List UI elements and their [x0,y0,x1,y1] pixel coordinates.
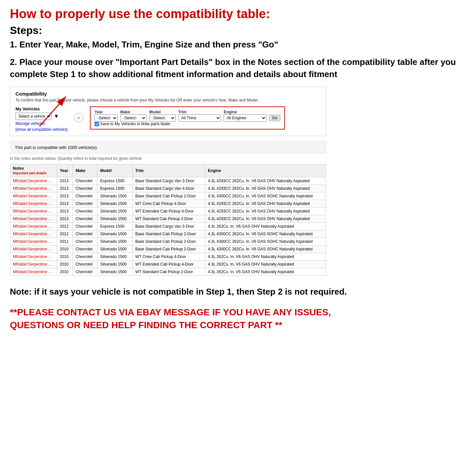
year-cell: 2013 [57,208,73,215]
notes-cell: Mfrlabel:Serpentine ... [10,238,57,245]
compat-form-area: My Vehicles Select a vehicle ▼ Manage ve… [15,106,321,132]
my-vehicles-section: My Vehicles Select a vehicle ▼ Manage ve… [15,106,68,132]
notes-label: Notes [13,166,24,171]
table-row: Mfrlabel:Serpentine ...2013ChevroletSilv… [10,200,326,208]
model-cell: Silverado 1500 [98,215,132,223]
table-row: Mfrlabel:Serpentine ....2013ChevroletExp… [10,177,326,185]
table-row: Mfrlabel:Serpentine ...2012ChevroletExpr… [10,223,326,230]
notes-cell: Mfrlabel:Serpentine ... [10,268,57,276]
ymm-labels-row: Year Make Model Trim Engine [95,110,280,114]
make-cell: Chevrolet [73,223,98,230]
year-select[interactable]: -Select- [95,114,118,122]
notes-cell: Mfrlabel:Serpentine.... [10,185,57,192]
model-header: Model [98,164,132,177]
make-cell: Chevrolet [73,200,98,208]
go-button[interactable]: Go [269,115,280,121]
engine-cell: 4.3L 4293CC 262Cu. In. V6 GAS OHV Natura… [205,185,326,192]
vehicle-select-dropdown[interactable]: Select a vehicle [15,113,52,120]
compat-subtitle: To confirm that this part fits your vehi… [15,98,321,102]
make-cell: Chevrolet [73,268,98,276]
make-label: Make [120,110,147,114]
manage-vehicles-link[interactable]: Manage vehicles [15,121,68,126]
table-row: Mfrlabel:Serpentine ...2010ChevroletSilv… [10,245,326,253]
year-cell: 2013 [57,192,73,200]
year-header: Year [57,164,73,177]
dropdown-arrow-icon: ▼ [54,113,59,119]
trim-cell: WT Extended Cab Pickup 4-Door [132,208,205,215]
table-row: Mfrlabel:Serpentine ...2013ChevroletSilv… [10,215,326,223]
quantity-note: In the notes section below, Quantity ref… [10,156,326,161]
engine-cell: 4.3L 262Cu. In. V6 GAS OHV Naturally Asp… [205,223,326,230]
trim-header: Trim [132,164,205,177]
make-select[interactable]: -Select- [120,114,147,122]
engine-select[interactable]: All Engines [224,114,266,122]
model-cell: Silverado 1500 [98,253,132,261]
show-all-link[interactable]: [show all compatible vehicles] [15,127,68,132]
table-row: Mfrlabel:Serpentine ...2010ChevroletSilv… [10,268,326,276]
engine-cell: 4.3L 4300CC 262Cu. In. V6 GAS SOHC Natur… [205,192,326,200]
trim-label: Trim [178,110,221,114]
year-cell: 2012 [57,230,73,238]
model-cell: Silverado 1500 [98,230,132,238]
save-row: Save to My Vehicles to finds parts faste… [95,122,280,126]
model-select[interactable]: -Select- [149,114,176,122]
notes-cell: Mfrlabel:Serpentine ... [10,223,57,230]
table-header-row: Notes Important part details Year Make M… [10,164,326,177]
model-cell: Express 1500 [98,223,132,230]
table-row: Mfrlabel:Serpentine ...2010ChevroletSilv… [10,253,326,261]
contact-text: **PLEASE CONTACT US VIA EBAY MESSAGE IF … [10,306,372,331]
notes-cell: Mfrlabel:Serpentine ... [10,215,57,223]
year-cell: 2010 [57,261,73,268]
make-cell: Chevrolet [73,208,98,215]
trim-cell: Base Standard Cab Pickup 2-Door [132,245,205,253]
year-cell: 2010 [57,268,73,276]
ymm-container: Year Make Model Trim Engine -Select- -Se… [90,106,285,129]
trim-cell: Base Standard Cargo Van 3-Door [132,223,205,230]
make-cell: Chevrolet [73,192,98,200]
engine-cell: 4.3L 4293CC 262Cu. In. V6 GAS OHV Natura… [205,200,326,208]
trim-cell: Base Standard Cargo Van 4-Door [132,185,205,192]
model-cell: Silverado 1500 [98,208,132,215]
engine-cell: 4.3L 4293CC 262Cu. In. V6 GAS OHV Natura… [205,215,326,223]
model-cell: Silverado 1500 [98,261,132,268]
year-label: Year [95,110,118,114]
ymm-selects-row: -Select- -Select- -Select- All Trims All… [95,114,280,122]
make-cell: Chevrolet [73,261,98,268]
year-cell: 2012 [57,223,73,230]
make-cell: Chevrolet [73,215,98,223]
table-row: Mfrlabel:Serpentine ...2013ChevroletSilv… [10,208,326,215]
engine-label: Engine [224,110,266,114]
engine-cell: 4.3L 262Cu. In. V6 GAS OHV Naturally Asp… [205,253,326,261]
trim-cell: Base Standard Cab Pickup 2-Door [132,192,205,200]
vehicle-select-row: Select a vehicle ▼ [15,113,68,120]
table-row: Mfrlabel:Serpentine....2013ChevroletExpr… [10,185,326,192]
make-cell: Chevrolet [73,230,98,238]
model-cell: Silverado 1500 [98,238,132,245]
compat-message-box: This part is compatible with 1000 vehicl… [10,141,326,154]
main-title: How to properly use the compatibility ta… [10,7,466,22]
year-cell: 2010 [57,245,73,253]
save-text: Save to My Vehicles to finds parts faste… [100,122,170,126]
notes-cell: Mfrlabel:Serpentine ... [10,245,57,253]
trim-cell: Base Standard Cargo Van 3-Door [132,177,205,185]
trim-cell: WT Standard Cab Pickup 2-Door [132,268,205,276]
model-cell: Silverado 1500 [98,268,132,276]
engine-cell: 4.3L 4293CC 262Cu. In. V6 GAS OHV Natura… [205,177,326,185]
steps-heading: Steps: [10,24,466,37]
model-label: Model [149,110,176,114]
compatibility-box: Compatibility To confirm that this part … [10,87,326,136]
step2-text: 2. Place your mouse over "Important Part… [10,56,466,80]
trim-cell: WT Standard Cab Pickup 2-Door [132,215,205,223]
notes-cell: Mfrlabel:Serpentine .... [10,192,57,200]
year-cell: 2013 [57,200,73,208]
table-row: Mfrlabel:Serpentine ...2010ChevroletSilv… [10,261,326,268]
make-cell: Chevrolet [73,177,98,185]
or-circle: or [74,113,83,122]
model-cell: Express 1500 [98,177,132,185]
table-row: Mfrlabel:Serpentine ...2011ChevroletSilv… [10,238,326,245]
engine-cell: 4.3L 4300CC 262Cu. In. V6 GAS SOHC Natur… [205,245,326,253]
notes-cell: Mfrlabel:Serpentine ... [10,208,57,215]
table-body: Mfrlabel:Serpentine ....2013ChevroletExp… [10,177,326,276]
trim-select[interactable]: All Trims [178,114,221,122]
save-checkbox[interactable] [95,122,99,126]
